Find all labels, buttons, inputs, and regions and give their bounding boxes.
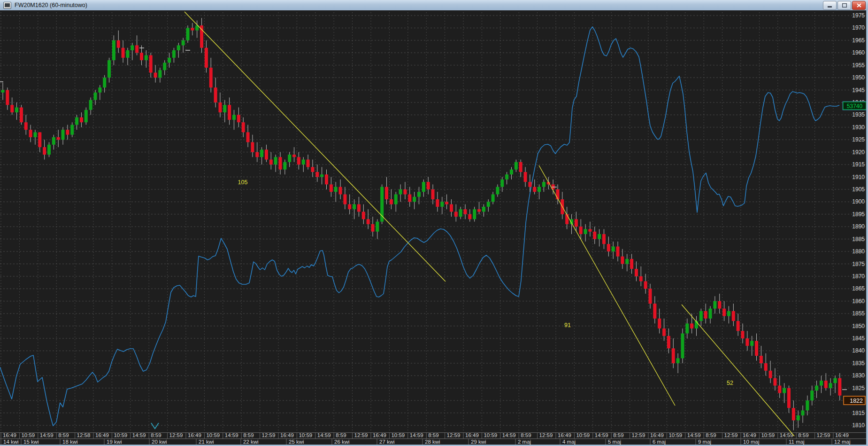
candle-up (70, 125, 74, 135)
candle-down (357, 204, 361, 212)
time-tick-label: 12:59 (817, 432, 830, 438)
candle-down (764, 363, 768, 371)
time-tick-label: 16:49 (3, 432, 16, 438)
title-bar[interactable]: FW20M1620 (60-minutowo) (0, 0, 868, 11)
candle-up (394, 195, 398, 204)
date-label: 29 kwi (471, 439, 486, 445)
maximize-button[interactable] (837, 1, 851, 10)
time-tick-label: 16:49 (188, 432, 201, 438)
date-label: 2 maj (518, 439, 531, 445)
candle-down (149, 55, 153, 73)
candle-down (565, 214, 568, 224)
time-tick-label: 12:59 (447, 432, 461, 438)
price-axis-label: 1895 (852, 211, 865, 218)
time-tick-label: 8:59 (151, 432, 161, 438)
candle-up (542, 182, 545, 187)
candle-down (292, 155, 296, 157)
candle-down (135, 45, 138, 53)
candle-up (126, 50, 129, 58)
candle-up (783, 388, 786, 393)
time-tick-label: 16:49 (373, 432, 386, 438)
time-tick-label: 14:59 (225, 432, 238, 438)
candle-up (500, 180, 504, 187)
time-tick-label: 16:49 (465, 432, 479, 438)
time-tick-label: 14:59 (502, 432, 516, 438)
candle-down (339, 187, 342, 195)
candle-down (704, 311, 707, 319)
candle-down (315, 172, 319, 177)
candle-up (103, 78, 106, 87)
candle-down (524, 172, 527, 182)
candle-up (681, 333, 684, 358)
close-button[interactable] (852, 1, 866, 10)
candle-up (47, 145, 51, 155)
candle-down (690, 323, 693, 329)
date-label: 5 maj (608, 439, 621, 445)
time-tick-label: 14:59 (595, 432, 608, 438)
candle-down (66, 130, 69, 135)
candle-up (422, 182, 425, 192)
candle-up (61, 130, 65, 140)
candle-down (528, 182, 531, 187)
candle-down (325, 174, 328, 184)
candle-up (283, 162, 286, 170)
time-tick-label: 16:49 (558, 432, 571, 438)
candle-down (662, 329, 666, 336)
time-tick-label: 12:58 (77, 432, 91, 438)
minimize-button[interactable] (823, 1, 837, 10)
date-label: 12 maj (834, 439, 851, 445)
candle-down (445, 202, 448, 204)
candle-up (820, 381, 823, 386)
candle-down (741, 331, 745, 338)
candle-down (20, 108, 23, 123)
candle-up (232, 115, 236, 120)
candle-up (15, 108, 18, 113)
candle-up (33, 132, 37, 137)
candle-up (584, 229, 587, 235)
candle-down (621, 257, 624, 264)
candle-up (334, 187, 338, 192)
price-axis-label: 1970 (852, 24, 865, 31)
candle-down (80, 117, 83, 123)
candle-up (797, 415, 800, 421)
date-label: 22 kwi (243, 439, 259, 445)
price-axis-label: 1840 (852, 347, 865, 354)
candle-down (191, 28, 194, 30)
date-label: 4 maj (562, 439, 576, 445)
candle-up (538, 187, 541, 192)
candle-up (801, 410, 805, 415)
candle-down (593, 232, 596, 239)
candle-down (519, 162, 522, 172)
candle-up (1, 90, 5, 93)
time-tick-label: 16:49 (95, 432, 109, 438)
maximize-icon (842, 3, 847, 8)
candle-up (186, 28, 190, 40)
candle-up (302, 160, 305, 165)
date-label: 10 maj (743, 439, 760, 445)
candle-up (320, 174, 323, 177)
candle-down (760, 356, 763, 363)
candle-down (214, 87, 217, 102)
candle-down (649, 289, 652, 304)
candle-up (487, 202, 490, 207)
candle-down (228, 105, 231, 120)
time-tick-label: 10:59 (391, 432, 405, 438)
candle-down (737, 321, 740, 331)
time-tick-label: 10:59 (576, 432, 590, 438)
window-border-right (866, 10, 868, 446)
window-controls (822, 1, 866, 10)
candle-up (515, 162, 518, 170)
candle-up (676, 358, 680, 363)
candle-up (505, 174, 508, 180)
price-axis-label: 1845 (852, 335, 865, 342)
date-label: 20 kwi (152, 439, 167, 445)
candle-down (588, 229, 591, 232)
candle-down (658, 319, 661, 329)
time-tick-label: 8:59 (243, 432, 253, 438)
date-label: 19 kwi (107, 439, 122, 445)
candle-down (667, 336, 670, 348)
time-tick-label: 8:59 (798, 432, 808, 438)
candle-down (255, 152, 259, 157)
chart-canvas[interactable]: 1975197019651960195519501945194019351930… (0, 10, 868, 446)
trendline-label-3: 52 (727, 380, 733, 386)
